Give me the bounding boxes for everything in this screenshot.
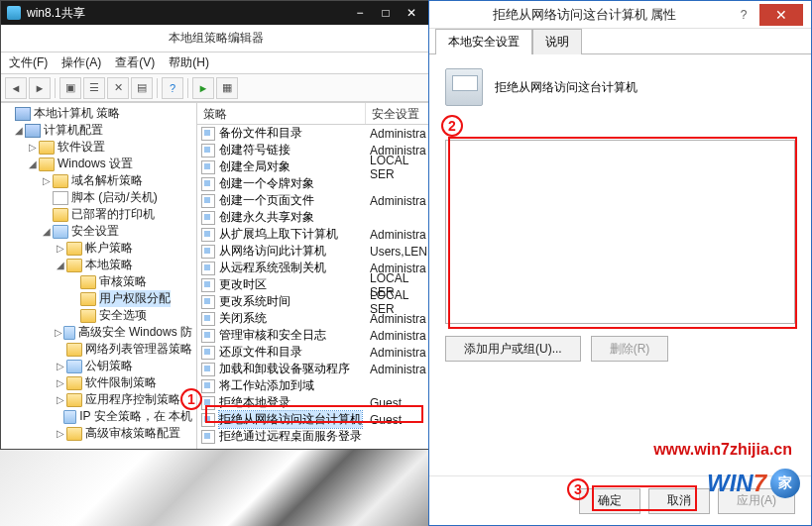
list-item[interactable]: 拒绝通过远程桌面服务登录: [197, 428, 430, 445]
policy-name: 拒绝从网络访问这台计算机: [219, 411, 362, 428]
help-icon[interactable]: ?: [732, 8, 755, 22]
remove-button[interactable]: 删除(R): [591, 336, 669, 362]
up-button[interactable]: ▣: [59, 77, 81, 99]
dialog-titlebar: 拒绝从网络访问这台计算机 属性 ? ✕: [429, 1, 811, 29]
list-item[interactable]: 还原文件和目录Administra: [197, 344, 430, 361]
list-item[interactable]: 创建一个页面文件Administra: [197, 192, 430, 209]
explorer-tab-label: win8.1共享: [27, 5, 85, 22]
tab-local-security[interactable]: 本地安全设置: [435, 29, 532, 54]
close-button[interactable]: ✕: [399, 3, 424, 23]
menu-action[interactable]: 操作(A): [61, 54, 101, 71]
list-item[interactable]: 从扩展坞上取下计算机Administra: [197, 226, 430, 243]
add-user-button[interactable]: 添加用户或组(U)...: [445, 336, 581, 362]
tree-security[interactable]: ◢安全设置: [1, 223, 196, 240]
minimize-button[interactable]: −: [347, 3, 373, 23]
policy-icon: [201, 295, 215, 309]
list-header: 策略 安全设置: [197, 103, 430, 125]
list-item[interactable]: 拒绝从网络访问这台计算机Guest: [197, 411, 430, 428]
policy-name: 从远程系统强制关机: [219, 260, 326, 276]
list-item[interactable]: 更改系统时间LOCAL SER: [197, 293, 430, 310]
policy-icon: [201, 228, 215, 242]
col-setting[interactable]: 安全设置: [366, 103, 430, 124]
back-button[interactable]: ◄: [5, 77, 27, 99]
policy-name: 更改时区: [219, 276, 267, 293]
policy-icon: [201, 430, 215, 444]
tree-restrict[interactable]: ▷软件限制策略: [1, 374, 196, 391]
tree-advaudit[interactable]: ▷高级审核策略配置: [1, 425, 196, 442]
tree-dns[interactable]: ▷域名解析策略: [1, 172, 196, 189]
dialog-close-button[interactable]: ✕: [759, 4, 803, 26]
logo-win: WIN: [707, 470, 754, 497]
menu-bar: 文件(F) 操作(A) 查看(V) 帮助(H): [1, 53, 430, 74]
tree-adv[interactable]: ▷高级安全 Windows 防: [1, 324, 196, 341]
cancel-button[interactable]: 取消: [648, 488, 710, 514]
tree-root[interactable]: 本地计算机 策略: [1, 105, 196, 122]
tree-script[interactable]: 脚本 (启动/关机): [1, 189, 196, 206]
tree-software[interactable]: ▷软件设置: [1, 139, 196, 156]
dialog-title: 拒绝从网络访问这台计算机 属性: [437, 6, 732, 24]
tree-account[interactable]: ▷帐户策略: [1, 240, 196, 257]
tree-computer-config[interactable]: ◢计算机配置: [1, 122, 196, 139]
col-policy[interactable]: 策略: [197, 103, 366, 124]
delete-button[interactable]: ✕: [107, 77, 129, 99]
policy-setting: Users,LEN: [366, 245, 430, 259]
tab-explain[interactable]: 说明: [532, 29, 582, 55]
tree-printer[interactable]: 已部署的打印机: [1, 206, 196, 223]
mmc-title-text: 本地组策略编辑器: [169, 30, 264, 47]
policy-name: 创建全局对象: [219, 158, 290, 175]
list-item[interactable]: 管理审核和安全日志Administra: [197, 327, 430, 344]
policy-icon: [201, 413, 215, 427]
menu-view[interactable]: 查看(V): [115, 54, 155, 71]
policy-name: 备份文件和目录: [219, 125, 302, 142]
forward-button[interactable]: ►: [29, 77, 51, 99]
background-photo: [0, 446, 431, 526]
tree-audit[interactable]: 审核策略: [1, 273, 196, 290]
tree-pubkey[interactable]: ▷公钥策略: [1, 358, 196, 374]
logo-seven: 7: [754, 470, 766, 497]
explorer-titlebar: win8.1共享 − □ ✕: [1, 1, 430, 25]
menu-file[interactable]: 文件(F): [9, 54, 48, 71]
refresh-button[interactable]: ►: [192, 77, 214, 99]
dialog-body: 拒绝从网络访问这台计算机 添加用户或组(U)... 删除(R): [429, 54, 811, 475]
policy-setting: Administra: [366, 228, 430, 242]
nav-tree[interactable]: 本地计算机 策略 ◢计算机配置 ▷软件设置 ◢Windows 设置 ▷域名解析策…: [1, 103, 197, 449]
list-item[interactable]: 备份文件和目录Administra: [197, 125, 430, 142]
policy-name: 从网络访问此计算机: [219, 243, 326, 260]
policy-icon: [201, 262, 215, 275]
policy-name-label: 拒绝从网络访问这台计算机: [495, 79, 638, 96]
list-item[interactable]: 关闭系统Administra: [197, 310, 430, 327]
menu-help[interactable]: 帮助(H): [169, 54, 209, 71]
ok-button[interactable]: 确定: [579, 488, 640, 514]
list-item[interactable]: 创建全局对象LOCAL SER: [197, 158, 430, 175]
maximize-button[interactable]: □: [373, 3, 399, 23]
policy-name: 拒绝通过远程桌面服务登录: [219, 428, 362, 445]
tree-userrights[interactable]: 用户权限分配: [1, 290, 196, 307]
list-body[interactable]: 备份文件和目录Administra创建符号链接Administra创建全局对象L…: [197, 125, 430, 449]
tree-netlist[interactable]: 网络列表管理器策略: [1, 341, 196, 358]
policy-icon: [201, 144, 215, 158]
window-icon: [7, 6, 21, 20]
policy-icon: [201, 396, 215, 410]
list-item[interactable]: 创建永久共享对象: [197, 209, 430, 226]
tree-secoptions[interactable]: 安全选项: [1, 307, 196, 324]
list-item[interactable]: 将工作站添加到域: [197, 377, 430, 394]
user-list[interactable]: [445, 140, 795, 324]
policy-name: 将工作站添加到域: [219, 377, 314, 394]
list-item[interactable]: 从网络访问此计算机Users,LEN: [197, 243, 430, 260]
policy-icon: [201, 346, 215, 360]
list-button[interactable]: ▦: [216, 77, 238, 99]
site-logo: WIN7 家: [707, 469, 800, 498]
tree-local[interactable]: ◢本地策略: [1, 257, 196, 273]
tree-appctrl[interactable]: ▷应用程序控制策略: [1, 391, 196, 408]
properties-button[interactable]: ▤: [131, 77, 153, 99]
export-button[interactable]: ☰: [83, 77, 105, 99]
help-button[interactable]: ?: [162, 77, 183, 99]
tree-ipsec[interactable]: IP 安全策略，在 本机: [1, 408, 196, 425]
list-item[interactable]: 拒绝本地登录Guest: [197, 394, 430, 411]
list-item[interactable]: 加载和卸载设备驱动程序Administra: [197, 361, 430, 377]
policy-name: 拒绝本地登录: [219, 394, 290, 411]
policy-name: 更改系统时间: [219, 293, 290, 310]
policy-setting: Administra: [366, 363, 430, 376]
tree-windows[interactable]: ◢Windows 设置: [1, 156, 196, 172]
policy-name: 创建永久共享对象: [219, 209, 314, 226]
